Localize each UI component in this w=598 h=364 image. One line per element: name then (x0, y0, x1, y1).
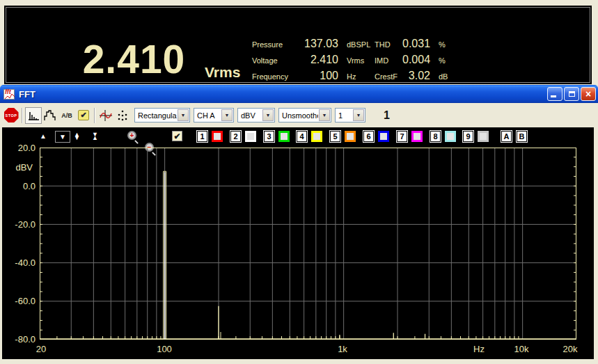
y-tick-20: 20.0 (2, 143, 36, 153)
crestf-unit: dB (433, 72, 454, 81)
overlay-button-1[interactable]: 1 (197, 131, 207, 142)
scale-up-button[interactable]: ▲ (40, 131, 47, 142)
measurement-setup-button[interactable]: ✔ (75, 107, 92, 124)
thd-label: THD (375, 40, 402, 49)
minimize-icon (551, 95, 556, 97)
memory-button-a[interactable]: A (501, 131, 512, 142)
overlay-button-4[interactable]: 4 (297, 131, 307, 142)
imd-value: 0.004 (402, 54, 433, 66)
y-tick-m80: -80.0 (2, 334, 36, 345)
overlay-color-checkbox-1[interactable] (212, 131, 223, 142)
stop-button[interactable]: STOP (3, 107, 19, 124)
y-tick-m40: -40.0 (2, 258, 36, 268)
plot-header: ▲ ▼ ▲▼ ▼▲ + − ✔ 123456789AB (2, 131, 594, 143)
x-tick-20k: 20k (563, 344, 578, 354)
x-tick-10k: 10k (514, 344, 529, 354)
measurement-checklist-icon: ✔ (78, 110, 89, 120)
signal-generator-button[interactable] (97, 107, 114, 124)
overlay-color-checkbox-4[interactable] (311, 131, 322, 142)
imd-label: IMD (375, 56, 402, 65)
triangle-down-icon: ▼ (59, 134, 66, 141)
overlay-color-checkbox-9[interactable] (478, 131, 489, 142)
overlay-color-checkbox-5[interactable] (345, 131, 356, 142)
fft-toolbar: STOP A/B ✔ (0, 103, 598, 127)
minimize-button[interactable] (547, 87, 562, 101)
cursor-checkbox[interactable]: ✔ (172, 131, 182, 141)
y-axis-unit: dBV (2, 162, 33, 173)
spectrum-svg[interactable] (40, 148, 576, 340)
expand-range-button[interactable]: ▲▼ (74, 131, 80, 142)
y-tick-m20: -20.0 (2, 219, 36, 230)
scale-down-button[interactable]: ▼ (55, 131, 70, 143)
x-tick-20: 20 (36, 344, 46, 354)
overlay-color-checkbox-6[interactable] (378, 131, 389, 142)
average-counter: 1 (384, 109, 390, 122)
triangle-up-icon: ▲ (40, 133, 47, 140)
checkmark-icon: ✔ (173, 132, 180, 141)
channel-select[interactable]: CH A ▼ (194, 108, 234, 122)
overlay-button-3[interactable]: 3 (264, 131, 274, 142)
meter-panel: 2.410 Vrms Pressure 137.03 dBSPL THD 0.0… (4, 6, 592, 84)
frequency-value: 100 (295, 70, 341, 82)
band-envelope-icon (44, 110, 56, 121)
chevron-down-icon[interactable]: ▼ (319, 109, 330, 121)
x-tick-100: 100 (157, 344, 172, 354)
crestf-label: CrestF (375, 72, 402, 81)
smoothing-select[interactable]: Unsmoothed ▼ (278, 108, 331, 122)
overlay-color-checkbox-7[interactable] (411, 131, 423, 142)
fft-plot-panel: ▲ ▼ ▲▼ ▼▲ + − ✔ 123456789AB 20 (2, 127, 594, 359)
averaging-select[interactable]: 1 ▼ (335, 108, 365, 122)
overlay-color-checkbox-2[interactable] (245, 131, 256, 142)
fft-titlebar[interactable]: fft FFT × (0, 85, 598, 103)
chevron-down-icon[interactable]: ▼ (262, 109, 274, 121)
overlay-button-5[interactable]: 5 (330, 131, 340, 142)
toolbar-separator (94, 108, 95, 123)
x-tick-1k: 1k (338, 344, 347, 354)
arta-main-window: 2.410 Vrms Pressure 137.03 dBSPL THD 0.0… (0, 0, 598, 364)
band-view-button[interactable] (42, 107, 58, 124)
compress-icon: ▼▲ (92, 133, 98, 140)
main-voltage-readout: 2.410 (77, 36, 191, 82)
distortion-dots-icon (116, 109, 129, 122)
pressure-label: Pressure (252, 40, 295, 49)
zoom-in-button[interactable]: + (127, 131, 139, 143)
fft-icon-curve (4, 90, 15, 100)
frequency-label: Frequency (252, 72, 295, 81)
maximize-icon (569, 91, 575, 97)
voltage-label: Voltage (252, 56, 295, 65)
measurement-grid: Pressure 137.03 dBSPL THD 0.031 % Voltag… (252, 38, 454, 86)
fft-spectrum-chart[interactable] (40, 148, 576, 340)
overlay-button-9[interactable]: 9 (463, 131, 473, 142)
distortion-dots-button[interactable] (114, 107, 131, 124)
pressure-value: 137.03 (295, 38, 341, 50)
ab-compare-icon: A/B (61, 112, 72, 119)
memory-button-b[interactable]: B (517, 131, 527, 142)
chevron-down-icon[interactable]: ▼ (178, 109, 189, 121)
chevron-down-icon[interactable]: ▼ (353, 109, 364, 121)
overlay-button-8[interactable]: 8 (430, 131, 441, 142)
spectrum-view-button[interactable] (25, 107, 42, 124)
maximize-button[interactable] (564, 87, 579, 101)
thd-unit: % (433, 40, 454, 49)
overlay-button-6[interactable]: 6 (363, 131, 374, 142)
window-function-select[interactable]: Rectangular ▼ (134, 108, 190, 122)
y-tick-0: 0.0 (2, 181, 36, 191)
fft-window: fft FFT × STOP (0, 85, 598, 364)
voltage-unit: Vrms (341, 56, 375, 65)
y-tick-m60: -60.0 (2, 296, 36, 306)
overlay-button-2[interactable]: 2 (230, 131, 241, 142)
compress-range-button[interactable]: ▼▲ (92, 131, 98, 142)
toolbar-separator (22, 108, 23, 123)
overlay-color-checkbox-8[interactable] (445, 131, 456, 142)
imd-unit: % (433, 56, 454, 65)
chevron-down-icon[interactable]: ▼ (221, 109, 233, 121)
overlay-button-7[interactable]: 7 (397, 131, 407, 142)
crestf-value: 3.02 (402, 70, 433, 82)
scale-select[interactable]: dBV ▼ (237, 108, 275, 122)
close-button[interactable]: × (581, 87, 596, 101)
close-icon: × (585, 89, 591, 99)
signal-axes-icon (99, 109, 113, 122)
ab-compare-button[interactable]: A/B (58, 107, 75, 124)
main-voltage-unit: Vrms (205, 64, 240, 81)
overlay-color-checkbox-3[interactable] (278, 131, 290, 142)
